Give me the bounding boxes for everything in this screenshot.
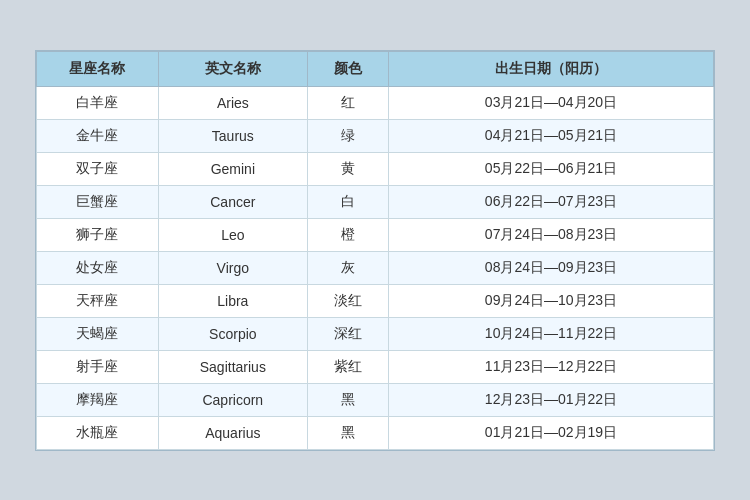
cell-color: 白 — [307, 185, 388, 218]
cell-chinese: 处女座 — [37, 251, 159, 284]
table-row: 天蝎座Scorpio深红10月24日—11月22日 — [37, 317, 714, 350]
cell-date: 07月24日—08月23日 — [389, 218, 714, 251]
cell-color: 灰 — [307, 251, 388, 284]
cell-english: Gemini — [158, 152, 307, 185]
cell-color: 红 — [307, 86, 388, 119]
cell-date: 06月22日—07月23日 — [389, 185, 714, 218]
table-row: 天秤座Libra淡红09月24日—10月23日 — [37, 284, 714, 317]
table-row: 射手座Sagittarius紫红11月23日—12月22日 — [37, 350, 714, 383]
table-row: 处女座Virgo灰08月24日—09月23日 — [37, 251, 714, 284]
table-row: 白羊座Aries红03月21日—04月20日 — [37, 86, 714, 119]
cell-color: 黄 — [307, 152, 388, 185]
cell-color: 黑 — [307, 416, 388, 449]
header-chinese: 星座名称 — [37, 51, 159, 86]
table-row: 双子座Gemini黄05月22日—06月21日 — [37, 152, 714, 185]
zodiac-table-container: 星座名称 英文名称 颜色 出生日期（阳历） 白羊座Aries红03月21日—04… — [35, 50, 715, 451]
cell-chinese: 金牛座 — [37, 119, 159, 152]
cell-chinese: 双子座 — [37, 152, 159, 185]
cell-chinese: 摩羯座 — [37, 383, 159, 416]
cell-english: Taurus — [158, 119, 307, 152]
cell-english: Aquarius — [158, 416, 307, 449]
cell-date: 01月21日—02月19日 — [389, 416, 714, 449]
cell-chinese: 狮子座 — [37, 218, 159, 251]
table-row: 狮子座Leo橙07月24日—08月23日 — [37, 218, 714, 251]
cell-date: 09月24日—10月23日 — [389, 284, 714, 317]
cell-date: 10月24日—11月22日 — [389, 317, 714, 350]
zodiac-table: 星座名称 英文名称 颜色 出生日期（阳历） 白羊座Aries红03月21日—04… — [36, 51, 714, 450]
cell-english: Leo — [158, 218, 307, 251]
cell-color: 深红 — [307, 317, 388, 350]
header-date: 出生日期（阳历） — [389, 51, 714, 86]
cell-date: 08月24日—09月23日 — [389, 251, 714, 284]
cell-english: Scorpio — [158, 317, 307, 350]
cell-chinese: 射手座 — [37, 350, 159, 383]
cell-english: Virgo — [158, 251, 307, 284]
cell-date: 12月23日—01月22日 — [389, 383, 714, 416]
cell-chinese: 巨蟹座 — [37, 185, 159, 218]
cell-date: 04月21日—05月21日 — [389, 119, 714, 152]
cell-color: 紫红 — [307, 350, 388, 383]
cell-date: 05月22日—06月21日 — [389, 152, 714, 185]
cell-chinese: 白羊座 — [37, 86, 159, 119]
cell-english: Cancer — [158, 185, 307, 218]
cell-english: Capricorn — [158, 383, 307, 416]
table-header-row: 星座名称 英文名称 颜色 出生日期（阳历） — [37, 51, 714, 86]
cell-english: Aries — [158, 86, 307, 119]
cell-english: Libra — [158, 284, 307, 317]
cell-color: 黑 — [307, 383, 388, 416]
cell-date: 03月21日—04月20日 — [389, 86, 714, 119]
table-row: 巨蟹座Cancer白06月22日—07月23日 — [37, 185, 714, 218]
cell-color: 淡红 — [307, 284, 388, 317]
cell-date: 11月23日—12月22日 — [389, 350, 714, 383]
cell-color: 绿 — [307, 119, 388, 152]
cell-chinese: 天蝎座 — [37, 317, 159, 350]
header-color: 颜色 — [307, 51, 388, 86]
cell-chinese: 天秤座 — [37, 284, 159, 317]
cell-english: Sagittarius — [158, 350, 307, 383]
cell-chinese: 水瓶座 — [37, 416, 159, 449]
cell-color: 橙 — [307, 218, 388, 251]
table-row: 摩羯座Capricorn黑12月23日—01月22日 — [37, 383, 714, 416]
table-row: 金牛座Taurus绿04月21日—05月21日 — [37, 119, 714, 152]
table-row: 水瓶座Aquarius黑01月21日—02月19日 — [37, 416, 714, 449]
header-english: 英文名称 — [158, 51, 307, 86]
